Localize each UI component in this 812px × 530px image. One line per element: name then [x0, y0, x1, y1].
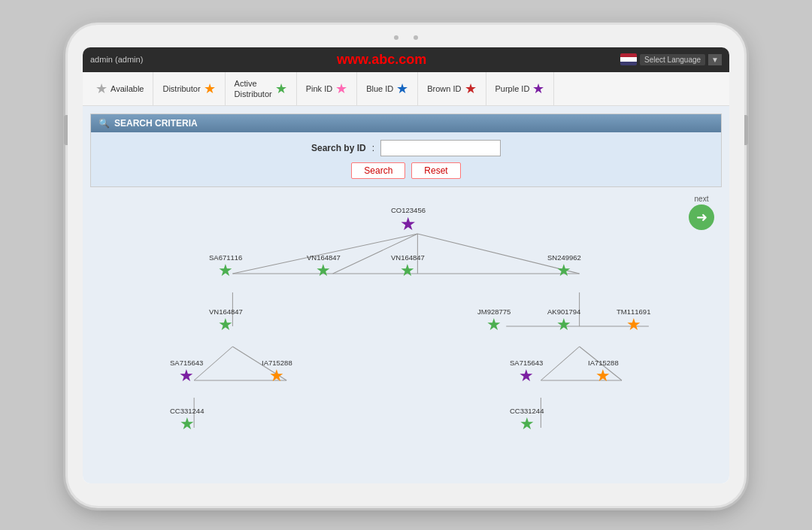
- tab-blue-id-label: Blue ID: [366, 84, 393, 93]
- tab-active-distributor-label: ActiveDistributor: [235, 78, 272, 100]
- search-button[interactable]: Search: [351, 162, 405, 179]
- reset-button[interactable]: Reset: [411, 162, 460, 179]
- star-green-vn164847a: ★: [316, 262, 331, 279]
- node-tm111691[interactable]: TM111691 ★: [617, 307, 650, 333]
- tablet-camera: [394, 35, 418, 40]
- search-criteria-header: 🔍 SEARCH CRITERIA: [91, 114, 721, 132]
- tab-purple-id-label: Purple ID: [495, 84, 530, 93]
- tablet-screen: admin (admin) www.abc.com Select Languag…: [83, 47, 729, 483]
- svg-line-15: [541, 347, 579, 380]
- star-purple-sa715643b: ★: [519, 368, 534, 384]
- star-purple-icon-tab: ★: [532, 82, 544, 95]
- node-jm928775[interactable]: JM928775 ★: [477, 307, 511, 333]
- flag-icon: [620, 53, 637, 65]
- node-vn164847a[interactable]: VN164847 ★: [307, 253, 341, 279]
- node-vn164847c[interactable]: VN164847 ★: [209, 307, 243, 333]
- star-green-cc331244b: ★: [520, 416, 535, 432]
- star-green-icon-tab: ★: [275, 82, 287, 95]
- camera-dot-1: [394, 35, 398, 40]
- star-red-icon: ★: [465, 82, 477, 95]
- language-dropdown-arrow[interactable]: ▼: [708, 54, 722, 65]
- header-bar: admin (admin) www.abc.com Select Languag…: [83, 47, 729, 72]
- star-green-sn249962: ★: [556, 262, 571, 279]
- nav-tabs: ★ Available Distributor ★ ActiveDistribu…: [83, 72, 729, 107]
- search-by-id-label: Search by ID: [311, 143, 366, 153]
- node-ia715288b[interactable]: IA715288 ★: [588, 359, 619, 384]
- site-title: www.abc.com: [337, 52, 426, 68]
- star-orange-ia715288b: ★: [595, 368, 611, 384]
- star-green-ak901794: ★: [556, 316, 571, 333]
- node-sn249962[interactable]: SN249962 ★: [547, 253, 581, 279]
- side-button-right: [744, 115, 748, 145]
- node-sa715643a[interactable]: SA715643 ★: [170, 359, 203, 384]
- star-orange-icon: ★: [204, 82, 216, 95]
- node-sa671116[interactable]: SA671116 ★: [209, 253, 242, 279]
- search-criteria-box: 🔍 SEARCH CRITERIA Search by ID : Search …: [90, 114, 722, 187]
- tab-available-label: Available: [111, 84, 144, 93]
- tree-container: CO123456 ★ SA671116 ★ VN164847 ★: [98, 202, 714, 443]
- star-orange-tm111691: ★: [626, 316, 641, 333]
- tab-blue-id[interactable]: Blue ID ★: [357, 72, 418, 106]
- tab-purple-id[interactable]: Purple ID ★: [486, 72, 555, 106]
- star-orange-ia715288a: ★: [269, 368, 284, 384]
- content-area: 🔍 SEARCH CRITERIA Search by ID : Search …: [83, 106, 729, 483]
- tab-brown-id-label: Brown ID: [427, 84, 461, 93]
- star-blue-icon: ★: [396, 82, 408, 95]
- side-button-left: [64, 115, 68, 145]
- search-input[interactable]: [380, 140, 501, 156]
- language-selector[interactable]: Select Language ▼: [620, 53, 722, 65]
- node-cc331244b[interactable]: CC331244 ★: [510, 407, 544, 432]
- node-ia715288a[interactable]: IA715288 ★: [262, 359, 292, 384]
- tree-area: next ➜: [90, 195, 722, 450]
- search-criteria-icon: 🔍: [98, 118, 110, 129]
- node-ak901794[interactable]: AK901794 ★: [547, 307, 580, 333]
- admin-label: admin (admin): [90, 55, 143, 64]
- language-text: Select Language: [640, 54, 705, 65]
- tab-active-distributor[interactable]: ActiveDistributor ★: [226, 72, 297, 106]
- star-purple-sa715643a: ★: [179, 368, 194, 384]
- tab-available[interactable]: ★ Available: [86, 72, 153, 106]
- star-green-vn164847c: ★: [218, 316, 233, 333]
- tab-pink-id-label: Pink ID: [306, 84, 332, 93]
- search-criteria-title: SEARCH CRITERIA: [114, 118, 198, 129]
- tablet-frame: admin (admin) www.abc.com Select Languag…: [68, 25, 744, 506]
- tab-brown-id[interactable]: Brown ID ★: [418, 72, 486, 106]
- star-green-cc331244a: ★: [180, 416, 195, 432]
- star-green-sa671116: ★: [218, 262, 233, 279]
- star-purple-co123456: ★: [400, 215, 417, 233]
- star-gray-icon: ★: [95, 82, 108, 95]
- node-co123456[interactable]: CO123456 ★: [391, 206, 426, 233]
- search-criteria-body: Search by ID : Search Reset: [91, 132, 721, 186]
- search-buttons: Search Reset: [98, 162, 714, 179]
- tab-distributor-label: Distributor: [162, 84, 200, 93]
- star-pink-icon: ★: [335, 82, 347, 95]
- node-vn164847b[interactable]: VN164847 ★: [391, 253, 425, 279]
- colon-separator: :: [372, 143, 374, 153]
- camera-dot-2: [414, 35, 418, 40]
- node-cc331244a[interactable]: CC331244 ★: [170, 407, 204, 432]
- node-sa715643b[interactable]: SA715643 ★: [510, 359, 543, 384]
- tab-pink-id[interactable]: Pink ID ★: [297, 72, 357, 106]
- star-green-vn164847b: ★: [400, 262, 415, 279]
- tab-distributor[interactable]: Distributor ★: [153, 72, 225, 106]
- search-row: Search by ID :: [98, 140, 714, 156]
- star-green-jm928775: ★: [486, 316, 501, 333]
